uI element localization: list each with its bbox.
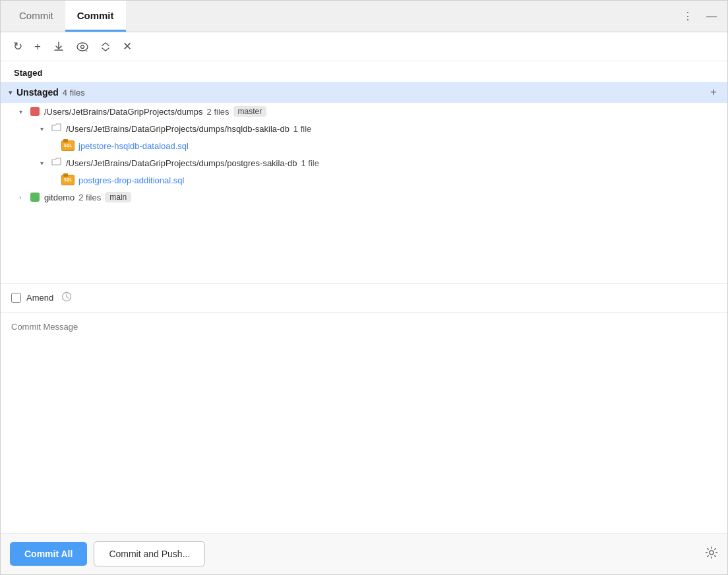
folder-hsqldb-row[interactable]: ▾ /Users/JetBrains/DataGripProjects/dump… bbox=[1, 120, 727, 137]
svg-point-4 bbox=[710, 551, 713, 555]
main-window: Commit Commit ⋮ — ↻ + bbox=[0, 0, 728, 575]
main-content: Staged ▾ Unstaged 4 files + ▾ /Users/Jet… bbox=[1, 61, 727, 533]
repo-dumps-path: /Users/JetBrains/DataGripProjects/dumps bbox=[44, 107, 203, 117]
tab-commit-1[interactable]: Commit bbox=[7, 1, 65, 32]
repo-gitdemo-row[interactable]: › gitdemo 2 files main bbox=[1, 189, 727, 206]
folder-hsqldb-path: /Users/JetBrains/DataGripProjects/dumps/… bbox=[66, 124, 289, 134]
repo-gitdemo-branch: main bbox=[105, 192, 131, 202]
gear-button[interactable] bbox=[705, 546, 718, 562]
file-tree: Staged ▾ Unstaged 4 files + ▾ /Users/Jet… bbox=[1, 61, 727, 283]
unstaged-chevron-icon: ▾ bbox=[9, 88, 13, 97]
gear-icon bbox=[705, 546, 718, 559]
folder-postgres-row[interactable]: ▾ /Users/JetBrains/DataGripProjects/dump… bbox=[1, 154, 727, 171]
close-button[interactable]: ✕ bbox=[118, 37, 136, 56]
svg-line-2 bbox=[86, 51, 88, 51]
amend-checkbox[interactable] bbox=[11, 293, 21, 303]
tab-actions: ⋮ — bbox=[679, 1, 721, 32]
file-jpetstore-link[interactable]: jpetstore-hsqldb-dataload.sql bbox=[78, 141, 189, 151]
eye-icon bbox=[76, 42, 88, 51]
folder-postgres-path: /Users/JetBrains/DataGripProjects/dumps/… bbox=[66, 158, 297, 168]
commit-and-push-button[interactable]: Commit and Push... bbox=[94, 541, 205, 566]
add-button[interactable]: + bbox=[30, 38, 46, 56]
repo-gitdemo-path: gitdemo bbox=[44, 193, 75, 202]
amend-label: Amend bbox=[26, 293, 53, 303]
tab-bar: Commit Commit ⋮ — bbox=[1, 1, 727, 32]
file-postgres-row[interactable]: SQL postgres-drop-additional.sql bbox=[1, 171, 727, 189]
more-options-button[interactable]: ⋮ bbox=[679, 7, 697, 25]
expand-button[interactable] bbox=[96, 39, 115, 55]
file-jpetstore-row[interactable]: SQL jpetstore-hsqldb-dataload.sql bbox=[1, 137, 727, 154]
toolbar: ↻ + ✕ bbox=[1, 32, 727, 61]
tab-label-1: Commit bbox=[19, 10, 53, 21]
folder-postgres-chevron-icon: ▾ bbox=[40, 160, 48, 167]
unstaged-title: Unstaged bbox=[16, 87, 59, 98]
folder-postgres-icon bbox=[51, 158, 61, 168]
folder-hsqldb-file-count: 1 file bbox=[293, 124, 311, 134]
amend-row: Amend bbox=[1, 283, 727, 312]
download-icon bbox=[53, 41, 65, 53]
folder-postgres-file-count: 1 file bbox=[301, 158, 318, 168]
unstaged-row[interactable]: ▾ Unstaged 4 files + bbox=[1, 82, 727, 103]
repo-dumps-branch: master bbox=[233, 106, 267, 117]
refresh-button[interactable]: ↻ bbox=[9, 37, 27, 56]
minimize-button[interactable]: — bbox=[702, 8, 721, 25]
unstaged-file-count: 4 files bbox=[63, 88, 85, 98]
sql-icon-jpetstore: SQL bbox=[61, 140, 75, 151]
sql-icon-postgres: SQL bbox=[61, 175, 75, 185]
repo-gitdemo-file-count: 2 files bbox=[78, 193, 101, 202]
tab-commit-2[interactable]: Commit bbox=[65, 1, 126, 32]
bottom-bar: Commit All Commit and Push... bbox=[1, 533, 727, 574]
commit-all-button[interactable]: Commit All bbox=[10, 542, 87, 566]
svg-point-0 bbox=[77, 43, 88, 51]
clock-icon bbox=[61, 291, 72, 304]
repo-dumps-file-count: 2 files bbox=[207, 107, 229, 117]
file-postgres-link[interactable]: postgres-drop-additional.sql bbox=[78, 175, 184, 185]
commit-message-input[interactable] bbox=[1, 312, 727, 533]
repo-gitdemo-dot bbox=[30, 193, 40, 202]
folder-hsqldb-icon bbox=[51, 123, 61, 134]
unstaged-add-button[interactable]: + bbox=[708, 86, 719, 99]
folder-hsqldb-chevron-icon: ▾ bbox=[40, 125, 48, 133]
expand-icon bbox=[100, 42, 111, 52]
repo-dumps-row[interactable]: ▾ /Users/JetBrains/DataGripProjects/dump… bbox=[1, 103, 727, 120]
tab-label-2: Commit bbox=[77, 10, 114, 21]
staged-label: Staged bbox=[1, 61, 727, 82]
eye-button[interactable] bbox=[72, 40, 93, 54]
download-button[interactable] bbox=[48, 38, 69, 55]
repo-dumps-dot bbox=[30, 107, 40, 116]
repo-gitdemo-chevron-icon: › bbox=[19, 194, 27, 201]
repo-dumps-chevron-icon: ▾ bbox=[19, 108, 27, 115]
svg-point-1 bbox=[80, 45, 84, 48]
commit-message-area bbox=[1, 312, 727, 533]
